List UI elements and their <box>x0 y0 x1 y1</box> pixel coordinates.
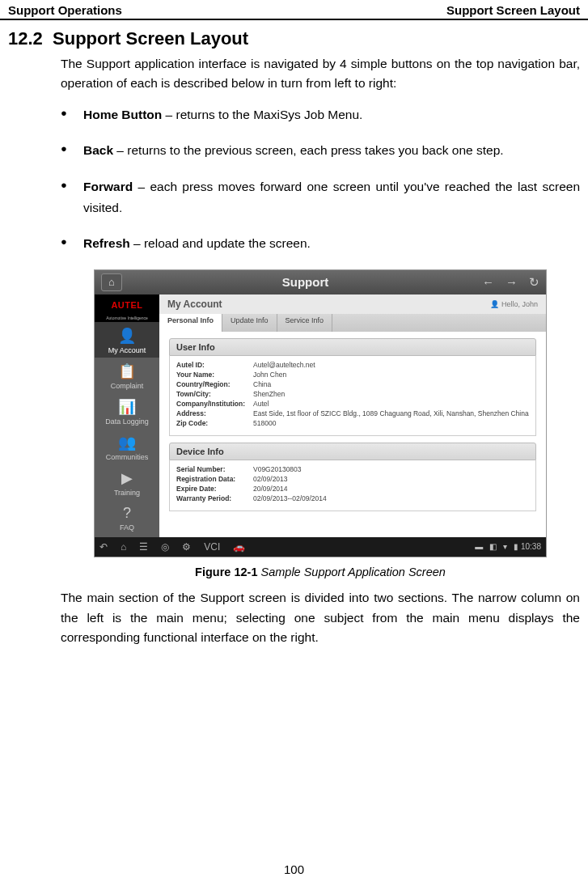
user-icon: 👤 <box>490 300 499 308</box>
user-info-body: Autel ID:Autel@auteltech.net Your Name:J… <box>169 356 536 436</box>
sidebar-item-my-account[interactable]: 👤My Account <box>95 322 159 358</box>
settings-icon[interactable]: ⚙ <box>182 541 191 553</box>
greeting: 👤Hello, John <box>490 300 538 308</box>
tab-personal-info[interactable]: Personal Info <box>159 314 222 332</box>
refresh-icon[interactable]: ↻ <box>529 275 539 290</box>
forward-icon[interactable]: → <box>506 275 518 290</box>
brand-tagline: Automotive Intelligence <box>95 316 159 322</box>
header-left: Support Operations <box>8 3 122 17</box>
list-item: Forward – each press moves forward one s… <box>61 176 580 219</box>
app-topbar: ⌂ Support ← → ↻ <box>95 270 546 294</box>
tab-update-info[interactable]: Update Info <box>222 314 277 332</box>
app-title: Support <box>129 275 482 289</box>
sidebar-item-complaint[interactable]: 📋Complaint <box>95 358 159 393</box>
sidebar-item-communities[interactable]: 👥Communities <box>95 429 159 464</box>
camera-icon[interactable]: ◎ <box>161 541 169 553</box>
clock: ▮ 10:38 <box>514 542 541 551</box>
group-icon: 👥 <box>118 434 136 451</box>
figure: ⌂ Support ← → ↻ AUTEL Automotive Intelli… <box>61 269 580 578</box>
tab-service-info[interactable]: Service Info <box>277 314 333 332</box>
closing-paragraph: The main section of the Support screen i… <box>61 588 580 648</box>
car-icon[interactable]: 🚗 <box>233 541 245 553</box>
list-item: Back – returns to the previous screen, e… <box>61 140 580 161</box>
list-item: Home Button – returns to the MaxiSys Job… <box>61 104 580 125</box>
header-right: Support Screen Layout <box>446 3 580 17</box>
vci-icon[interactable]: VCI <box>204 541 220 553</box>
question-icon: ? <box>123 505 131 522</box>
wifi-icon: ▾ <box>503 542 507 551</box>
account-bar-title: My Account <box>167 299 222 310</box>
sidebar: AUTEL Automotive Intelligence 👤My Accoun… <box>95 294 159 537</box>
intro-paragraph: The Support application interface is nav… <box>61 54 580 93</box>
figure-caption: Figure 12-1 Sample Support Application S… <box>195 566 446 578</box>
running-header: Support Operations Support Screen Layout <box>0 0 588 20</box>
system-bottombar: ↶ ⌂ ☰ ◎ ⚙ VCI 🚗 ▬ ◧ ▾ ▮ 10:38 <box>95 537 546 557</box>
home-icon[interactable]: ⌂ <box>101 273 122 291</box>
user-info-header: User Info <box>169 338 536 356</box>
section-title: 12.2 Support Screen Layout <box>0 20 588 54</box>
tab-bar: Personal Info Update Info Service Info <box>159 314 546 332</box>
battery-icon: ▬ <box>475 542 483 551</box>
signal-icon: ◧ <box>489 542 497 551</box>
feature-list: Home Button – returns to the MaxiSys Job… <box>61 104 580 255</box>
recent-icon[interactable]: ☰ <box>139 541 148 553</box>
person-icon: 👤 <box>118 327 136 345</box>
device-info-header: Device Info <box>169 443 536 460</box>
chart-icon: 📊 <box>118 398 136 416</box>
clipboard-icon: 📋 <box>118 362 136 380</box>
sidebar-item-data-logging[interactable]: 📊Data Logging <box>95 393 159 429</box>
brand-logo: AUTEL <box>95 294 159 316</box>
play-icon: ▶ <box>121 469 133 487</box>
sidebar-item-faq[interactable]: ?FAQ <box>95 500 159 535</box>
list-item: Refresh – reload and update the screen. <box>61 233 580 254</box>
back-nav-icon[interactable]: ↶ <box>99 541 108 553</box>
home-nav-icon[interactable]: ⌂ <box>121 541 126 553</box>
page-number: 100 <box>0 862 588 876</box>
account-bar: My Account 👤Hello, John <box>159 294 546 314</box>
sidebar-item-training[interactable]: ▶Training <box>95 464 159 500</box>
device-info-body: Serial Number:V09G20130803 Registration … <box>169 460 536 511</box>
embedded-screenshot: ⌂ Support ← → ↻ AUTEL Automotive Intelli… <box>94 269 547 557</box>
back-icon[interactable]: ← <box>482 275 494 290</box>
